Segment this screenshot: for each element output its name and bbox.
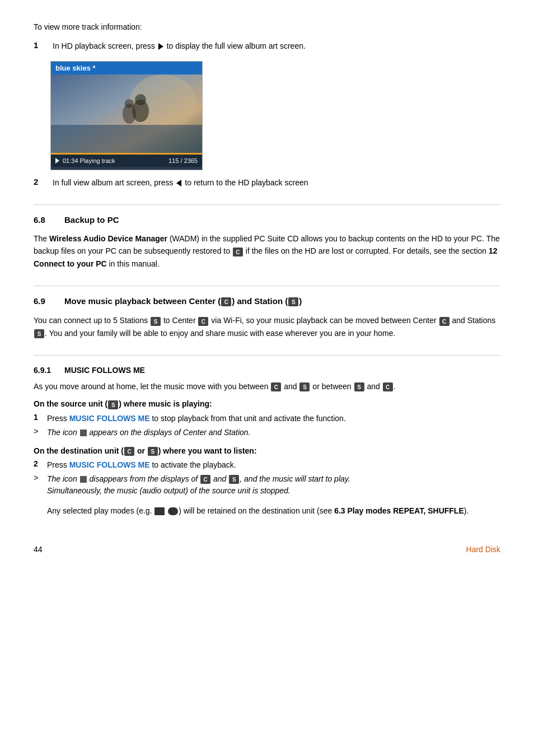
on-source-suffix: ) where music is playing: — [119, 399, 212, 408]
small-icon-1 — [80, 430, 87, 436]
section-68-body1: The — [34, 234, 49, 243]
mfm-link-1: MUSIC FOLLOWS ME — [69, 414, 150, 423]
step-1: 1 In HD playback screen, press to displa… — [34, 40, 500, 52]
source-step-1-num: 1 — [34, 413, 47, 422]
small-icon-2 — [80, 476, 87, 483]
section-691-num: 6.9.1 — [34, 366, 64, 375]
step-1-num: 1 — [34, 40, 50, 50]
section-68-title: Backup to PC — [64, 215, 119, 225]
album-art-svg — [51, 74, 202, 153]
divider-2 — [34, 286, 500, 286]
on-dest-header-text: On the destination unit ( — [34, 446, 124, 455]
section-68-wadm: Wireless Audio Device Manager — [49, 234, 167, 243]
screen-title: blue skies * — [55, 64, 96, 72]
repeat-icon — [154, 507, 165, 515]
source-step-1: 1 Press MUSIC FOLLOWS ME to stop playbac… — [34, 413, 500, 424]
section-68-num: 6.8 — [34, 215, 64, 225]
section-68-body3: if the files on the HD are lost or corru… — [243, 246, 489, 255]
section-69-title-middle: ) and Station ( — [232, 296, 288, 306]
section-69-num: 6.9 — [34, 296, 64, 306]
step-2-text-before: In full view album art screen, press — [53, 178, 174, 187]
section-69-body3: via Wi-Fi, so your music playback can be… — [209, 316, 438, 325]
center-icon-mfm1: C — [271, 382, 281, 391]
section-69-title-before: Move music playback between Center ( — [64, 296, 221, 306]
station-icon-mfm2: S — [354, 382, 364, 391]
section-69-title: Move music playback between Center (C) a… — [64, 296, 302, 306]
station-icon-3: S — [34, 329, 44, 338]
section-691-intro: As you move around at home, let the musi… — [34, 380, 500, 393]
section-691-body4: and — [365, 382, 382, 391]
screen-bottom-bar: 01:34 Playing track 115 / 2365 — [51, 155, 202, 167]
screen-subtitle: 01:34 Playing track — [63, 157, 115, 164]
mfm-link-2: MUSIC FOLLOWS ME — [69, 460, 150, 469]
dest-step-2: > The icon disappears from the displays … — [34, 473, 500, 497]
section-691-body5: . — [394, 382, 396, 391]
dest-instruction-list: 2 Press MUSIC FOLLOWS ME to activate the… — [34, 459, 500, 497]
on-dest-suffix: ) where you want to listen: — [158, 446, 257, 455]
source-step-2: > The icon appears on the displays of Ce… — [34, 427, 500, 438]
section-68-body4: in this manual. — [107, 259, 160, 268]
source-icon: S — [108, 400, 118, 409]
section-691-header: 6.9.1 MUSIC FOLLOWS ME — [34, 366, 500, 375]
step-2-num: 2 — [34, 177, 50, 186]
section-69-body2: to Center — [161, 316, 198, 325]
shuffle-icon — [168, 507, 178, 515]
center-icon-title: C — [221, 297, 231, 306]
dest-s-icon: S — [229, 475, 239, 484]
section-691-body3: or between — [310, 382, 353, 391]
footer-page: 44 — [34, 545, 43, 554]
section-691-title: MUSIC FOLLOWS ME — [64, 366, 145, 375]
screen-top-bar: blue skies * — [51, 62, 202, 74]
divider-1 — [34, 204, 500, 205]
footer: 44 Hard Disk — [34, 539, 500, 554]
station-icon-mfm1: S — [299, 382, 310, 391]
dest-icon-c: C — [124, 447, 134, 456]
section-691-body2: and — [282, 382, 299, 391]
section-68-header: 6.8 Backup to PC — [34, 215, 500, 225]
source-step-arrow: > — [34, 427, 47, 436]
svg-point-7 — [125, 99, 134, 108]
step-1-text-after: to display the full view album art scree… — [167, 41, 306, 50]
svg-rect-3 — [51, 125, 202, 153]
step-2: 2 In full view album art screen, press t… — [34, 177, 500, 189]
note-box: Any selected play modes (e.g. ) will be … — [47, 505, 500, 517]
screen-album-art — [51, 74, 202, 153]
step-1-text: In HD playback screen, press to display … — [53, 40, 306, 52]
dest-step-1-text: Press MUSIC FOLLOWS ME to activate the p… — [47, 459, 236, 471]
dest-step-arrow: > — [34, 473, 47, 482]
station-icon-2: S — [151, 317, 161, 326]
center-icon-1: C — [233, 248, 243, 256]
screen-track-info: 115 / 2365 — [168, 157, 198, 164]
dest-step-2-text: The icon disappears from the displays of… — [47, 473, 350, 497]
on-dest-or: or — [135, 446, 147, 455]
section-69-header: 6.9 Move music playback between Center (… — [34, 296, 500, 306]
play-arrow-icon — [158, 43, 163, 50]
section-69-body: You can connect up to 5 Stations S to Ce… — [34, 314, 500, 339]
section-69-body4: and Stations — [450, 316, 496, 325]
intro-text: To view more track information: — [34, 22, 500, 31]
station-icon-title: S — [288, 297, 298, 306]
note-text: Any selected play modes (e.g. ) will be … — [47, 505, 500, 517]
footer-section: Hard Disk — [466, 545, 500, 554]
center-icon-3: C — [439, 317, 449, 326]
dest-c-icon: C — [200, 475, 210, 484]
section-691-body1: As you move around at home, let the musi… — [34, 382, 270, 391]
on-dest-header: On the destination unit (C or S) where y… — [34, 446, 500, 456]
section-68-body: The Wireless Audio Device Manager (WADM)… — [34, 232, 500, 270]
dest-icon-s: S — [148, 447, 158, 456]
center-icon-2: C — [198, 317, 208, 326]
step-2-text: In full view album art screen, press to … — [53, 177, 308, 189]
source-step-1-text: Press MUSIC FOLLOWS ME to stop playback … — [47, 413, 346, 424]
center-icon-mfm2: C — [383, 382, 393, 391]
section-69-title-after: ) — [299, 296, 302, 306]
screen-play-icon — [55, 158, 59, 164]
dest-step-1: 2 Press MUSIC FOLLOWS ME to activate the… — [34, 459, 500, 471]
step-2-text-after: to return to the HD playback screen — [185, 178, 308, 187]
on-source-header: On the source unit (S) where music is pl… — [34, 399, 500, 409]
note-ref: 6.3 Play modes REPEAT, SHUFFLE — [334, 506, 464, 515]
source-instruction-list: 1 Press MUSIC FOLLOWS ME to stop playbac… — [34, 413, 500, 438]
section-69-body5: . You and your family will be able to en… — [45, 329, 395, 338]
on-source-header-text: On the source unit ( — [34, 399, 107, 408]
divider-3 — [34, 355, 500, 356]
dest-step-1-num: 2 — [34, 459, 47, 468]
